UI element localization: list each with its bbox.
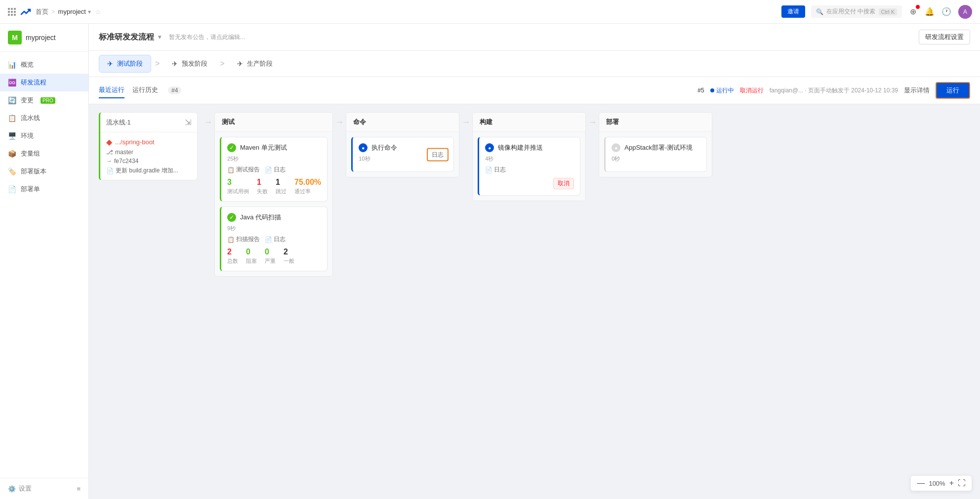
- task-deploy-header: ● AppStack部署-测试环境: [612, 143, 700, 152]
- build-status-icon: ●: [485, 143, 494, 152]
- scan-report-label: 扫描报告: [236, 235, 260, 244]
- sidebar-label-flow: 流水线: [21, 114, 40, 123]
- branch-name: master: [115, 149, 133, 156]
- stage-tabs: ✈ 测试阶段 > ✈ 预发阶段 > ✈ 生产阶段: [89, 51, 980, 77]
- pipeline-icon: ♾️: [8, 79, 16, 86]
- sidebar-item-deploy-version[interactable]: 🏷️ 部署版本: [0, 163, 88, 180]
- clock-icon[interactable]: 🕐: [941, 7, 951, 17]
- sidebar-item-overview[interactable]: 📊 概览: [0, 56, 88, 74]
- sidebar-item-vargroup[interactable]: 📦 变量组: [0, 145, 88, 163]
- run-info: #5 运行中 取消运行 fangqian@... · 页面手动触发于 2024-…: [697, 82, 970, 99]
- connector-2: →: [333, 112, 346, 132]
- sidebar-item-changes[interactable]: 🔄 变更 PRO: [0, 91, 88, 109]
- arrow-icon-1: →: [204, 117, 212, 127]
- sidebar-project[interactable]: M myproject: [0, 24, 88, 52]
- scan-log-link[interactable]: 📄 日志: [265, 235, 286, 244]
- total-val: 2: [227, 248, 238, 256]
- sidebar-item-flow[interactable]: 📋 流水线: [0, 109, 88, 127]
- stage-build-body: ● 镜像构建并推送 4秒 📄 日志 取消: [473, 132, 585, 201]
- source-col-header: 流水线·1 ⇲: [100, 113, 197, 132]
- stage-sep-1: >: [151, 59, 163, 68]
- env-icon: 🖥️: [8, 132, 16, 140]
- favorite-icon[interactable]: ☆: [95, 8, 101, 16]
- upgrade-button[interactable]: 邀请: [781, 5, 805, 18]
- logo-icon[interactable]: [20, 6, 32, 18]
- task-maven-header: ✓ Maven 单元测试: [227, 143, 321, 152]
- bell-icon[interactable]: 🔔: [925, 7, 935, 17]
- stage-tab-production[interactable]: ✈ 生产阶段: [229, 55, 281, 73]
- arrow-icon-3: →: [461, 117, 470, 127]
- maven-log-link[interactable]: 📄 日志: [265, 166, 286, 174]
- fullscreen-button[interactable]: ⛶: [958, 479, 966, 488]
- source-branch: ⎇ master: [106, 149, 191, 156]
- task-appstack-deploy: ● AppStack部署-测试环境 0秒: [604, 137, 707, 172]
- task-maven-test: ✓ Maven 单元测试 25秒 📋 测试报告 📄: [220, 137, 327, 202]
- scan-task-links: 📋 扫描报告 📄 日志: [227, 235, 321, 244]
- breadcrumb-project[interactable]: myproject ▾: [58, 8, 91, 15]
- menu-icon[interactable]: ≡: [77, 485, 81, 493]
- run-number: #5: [697, 87, 704, 94]
- general-val: 2: [284, 248, 294, 256]
- stat-total: 2 总数: [227, 248, 238, 265]
- main-title: 标准研发发流程 ▾: [99, 32, 161, 42]
- connector-1: →: [202, 112, 214, 132]
- cmd-task-name: 执行命令: [371, 143, 397, 152]
- block-label: 阻塞: [246, 257, 257, 265]
- total-label: 总数: [227, 257, 238, 265]
- maven-test-report-link[interactable]: 📋 测试报告: [227, 166, 260, 174]
- build-log-link[interactable]: 📄 日志: [485, 166, 506, 174]
- sidebar-item-pipeline[interactable]: ♾️ 研发流程: [0, 74, 88, 91]
- run-count-badge: #4: [168, 86, 181, 94]
- maven-task-time: 25秒: [227, 155, 321, 163]
- stage-test-header: 测试: [215, 113, 332, 132]
- show-detail-button[interactable]: 显示详情: [904, 86, 930, 95]
- test-case-label: 测试用例: [227, 188, 249, 195]
- nav-right: 邀请 🔍 在应用交付 中搜索 Ctrl K ⊕ 🔔 🕐 A: [781, 5, 972, 19]
- collapse-source-icon[interactable]: ⇲: [185, 118, 191, 127]
- source-commit: → fe7c2434: [106, 158, 191, 165]
- settings-button[interactable]: 研发流程设置: [919, 30, 970, 44]
- run-button[interactable]: 运行: [936, 82, 970, 99]
- stage-tab-prerelease[interactable]: ✈ 预发阶段: [163, 55, 216, 73]
- test-stage-icon: ✈: [107, 60, 113, 68]
- commit-message: 更新 build.gradle 增加...: [116, 166, 178, 175]
- settings-link[interactable]: ⚙️ 设置: [8, 484, 32, 493]
- title-dropdown-icon[interactable]: ▾: [158, 34, 161, 41]
- avatar[interactable]: A: [958, 5, 972, 19]
- add-icon[interactable]: ⊕: [908, 7, 918, 17]
- run-tabs: 最近运行 运行历史 #4: [99, 83, 181, 98]
- sidebar-item-deploy-list[interactable]: 📄 部署单: [0, 180, 88, 198]
- cmd-log-button[interactable]: 日志: [427, 148, 449, 161]
- main-header: 标准研发发流程 ▾ 暂无发布公告，请点此编辑... 研发流程设置: [89, 24, 980, 51]
- scan-report-link[interactable]: 📋 扫描报告: [227, 235, 260, 244]
- tab-recent-runs[interactable]: 最近运行: [99, 83, 124, 98]
- stat-pass-rate: 75.00% 通过率: [294, 178, 321, 195]
- search-box[interactable]: 🔍 在应用交付 中搜索 Ctrl K: [811, 5, 902, 18]
- stage-sep-2: >: [216, 59, 228, 68]
- scan-report-icon: 📋: [227, 236, 235, 243]
- sidebar-label-pipeline: 研发流程: [21, 78, 46, 87]
- build-task-links: 📄 日志: [485, 166, 574, 174]
- stat-failures: 1 失败: [257, 178, 268, 195]
- flow-icon: 📋: [8, 114, 16, 122]
- stat-critical: 0 严重: [265, 248, 276, 265]
- log-icon-scan: 📄: [265, 236, 272, 243]
- sidebar-item-env[interactable]: 🖥️ 环境: [0, 127, 88, 145]
- breadcrumb-home[interactable]: 首页: [36, 7, 48, 16]
- stage-tab-test[interactable]: ✈ 测试阶段: [99, 55, 151, 73]
- top-navigation: 首页 > myproject ▾ ☆ 邀请 🔍 在应用交付 中搜索 Ctrl K…: [0, 0, 980, 24]
- zoom-in-button[interactable]: +: [949, 479, 954, 488]
- cancel-run-button[interactable]: 取消运行: [740, 86, 764, 95]
- tab-run-history[interactable]: 运行历史: [132, 83, 158, 98]
- log-icon-maven: 📄: [265, 166, 272, 173]
- cancel-build-button[interactable]: 取消: [553, 178, 574, 189]
- source-repo-name[interactable]: ◆ .../spring-boot: [106, 137, 191, 147]
- zoom-out-button[interactable]: —: [917, 479, 925, 488]
- deploy-list-icon: 📄: [8, 185, 16, 193]
- pipeline-subtitle[interactable]: 暂无发布公告，请点此编辑...: [169, 33, 245, 42]
- scan-status-icon: ✓: [227, 213, 236, 222]
- stage-build-header: 构建: [473, 113, 585, 132]
- stat-skipped: 1 跳过: [276, 178, 286, 195]
- grid-menu-icon[interactable]: [8, 8, 16, 16]
- stage-box-command: 命令 ● 执行命令 10秒 日志: [346, 112, 459, 177]
